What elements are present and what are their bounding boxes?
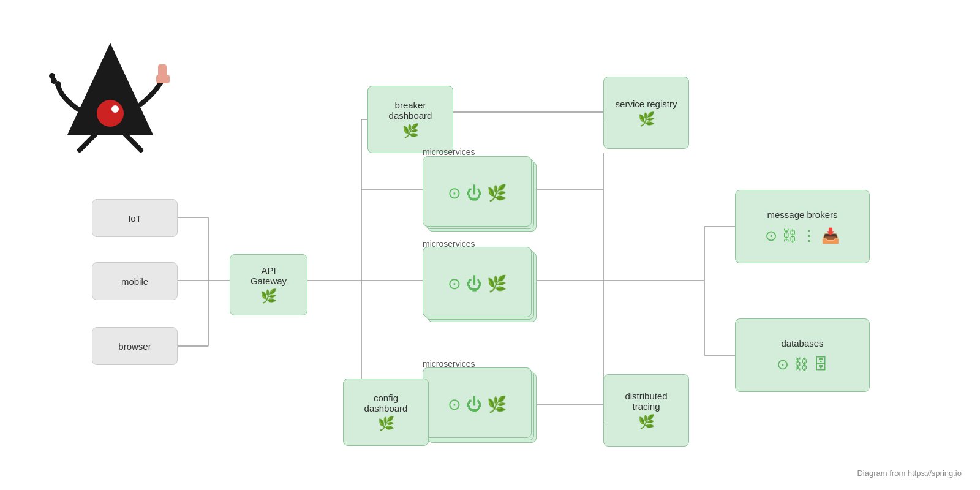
breaker-dashboard-label: breakerdashboard (389, 100, 432, 121)
breaker-dashboard-node: breakerdashboard 🌿 (368, 86, 453, 153)
mobile-node: mobile (92, 262, 178, 300)
kafka-icon-mb: ⋮ (802, 227, 816, 244)
mobile-label: mobile (121, 276, 148, 287)
databases-label: databases (781, 338, 823, 349)
atom-icon-mb: ⊙ (765, 227, 777, 244)
power-icon2: ⏻ (466, 274, 482, 293)
breaker-dashboard-icon: 🌿 (402, 123, 419, 139)
svg-point-23 (111, 105, 119, 113)
databases-icons: ⊙ ⛓ 🗄 (777, 356, 828, 373)
cylinder-icon-db: 🗄 (813, 356, 828, 373)
microservices3-label: microservices (423, 359, 475, 369)
config-dashboard-node: configdashboard 🌿 (343, 379, 429, 446)
mascot (49, 31, 172, 153)
api-gateway-label: APIGateway (251, 265, 287, 286)
rabbit-icon-mb: 📥 (821, 227, 840, 244)
config-dashboard-label: configdashboard (364, 393, 408, 413)
spring-icon-mb: ⛓ (782, 227, 797, 244)
config-dashboard-icon: 🌿 (378, 416, 394, 432)
leaf-icon2: 🌿 (487, 274, 507, 293)
leaf-icon3: 🌿 (487, 395, 507, 414)
microservices2-card: ⊙ ⏻ 🌿 (423, 247, 532, 317)
databases-node: databases ⊙ ⛓ 🗄 (735, 318, 870, 392)
microservices2-label: microservices (423, 239, 475, 249)
diagram-container: IoT mobile browser APIGateway 🌿 breakerd… (0, 0, 980, 490)
atom-icon3: ⊙ (448, 395, 461, 414)
svg-point-26 (49, 73, 55, 79)
api-gateway-node: APIGateway 🌿 (230, 254, 307, 315)
distributed-tracing-label: distributed tracing (612, 391, 680, 412)
browser-label: browser (118, 341, 151, 352)
spring-icon-db: ⛓ (794, 356, 809, 373)
microservices2-icons: ⊙ ⏻ 🌿 (448, 274, 507, 293)
atom-icon-db: ⊙ (777, 356, 789, 373)
iot-label: IoT (128, 213, 141, 224)
microservices1-card: ⊙ ⏻ 🌿 (423, 156, 532, 227)
svg-rect-28 (156, 75, 170, 83)
service-registry-node: service registry 🌿 (603, 77, 689, 149)
browser-node: browser (92, 327, 178, 365)
microservices1-label: microservices (423, 147, 475, 157)
svg-point-22 (97, 100, 124, 127)
message-brokers-label: message brokers (767, 209, 837, 220)
microservices3-icons: ⊙ ⏻ 🌿 (448, 395, 507, 414)
service-registry-icon: 🌿 (638, 111, 655, 127)
leaf-icon1: 🌿 (487, 184, 507, 203)
footnote: Diagram from https://spring.io (857, 469, 962, 478)
message-brokers-node: message brokers ⊙ ⛓ ⋮ 📥 (735, 190, 870, 263)
iot-node: IoT (92, 199, 178, 237)
distributed-tracing-node: distributed tracing 🌿 (603, 374, 689, 447)
api-gateway-icon: 🌿 (260, 288, 277, 304)
atom-icon2: ⊙ (448, 274, 461, 293)
message-brokers-icons: ⊙ ⛓ ⋮ 📥 (765, 227, 840, 244)
power-icon1: ⏻ (466, 184, 482, 203)
microservices1-icons: ⊙ ⏻ 🌿 (448, 184, 507, 203)
distributed-tracing-icon: 🌿 (638, 414, 655, 430)
microservices3-card: ⊙ ⏻ 🌿 (423, 368, 532, 438)
atom-icon1: ⊙ (448, 184, 461, 203)
service-registry-label: service registry (616, 99, 677, 109)
power-icon3: ⏻ (466, 395, 482, 414)
